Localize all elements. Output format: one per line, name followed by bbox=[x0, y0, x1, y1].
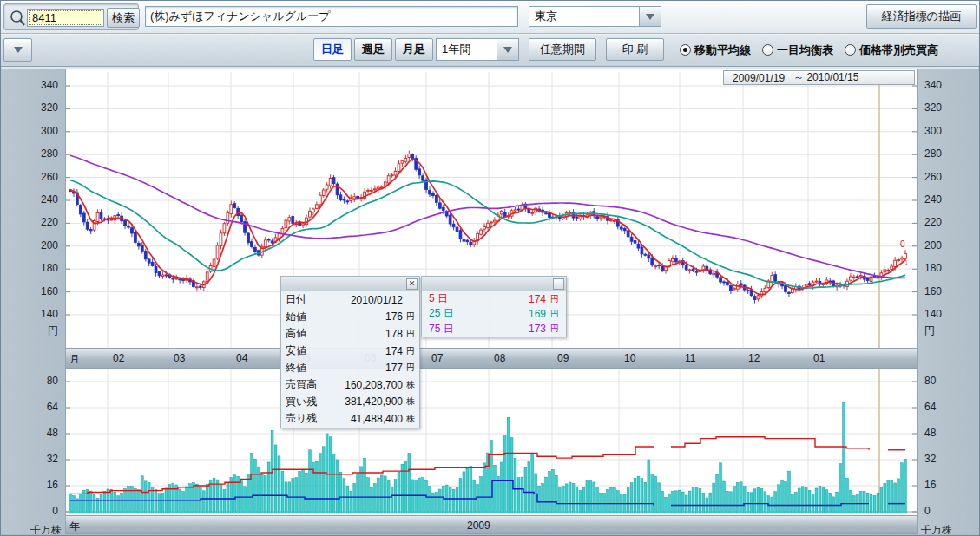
chart-region: 340320300280260240220200180160140円806448… bbox=[1, 69, 980, 536]
price-tick-label: 340 bbox=[924, 79, 942, 91]
price-tick-label: 220 bbox=[41, 216, 58, 228]
volume-chart-plot[interactable] bbox=[66, 369, 917, 515]
month-tick-label: 04 bbox=[236, 352, 247, 364]
expand-panel-button[interactable] bbox=[3, 38, 32, 62]
stock-search-panel: 8411 検索 bbox=[3, 3, 139, 30]
print-button[interactable]: 印 刷 bbox=[606, 38, 664, 61]
price-unit-label: 円 bbox=[48, 324, 58, 338]
svg-text:0: 0 bbox=[900, 239, 905, 249]
price-axis-right: 340320300280260240220200180160140円806448… bbox=[917, 69, 980, 536]
period-select[interactable]: 1年間 bbox=[436, 38, 519, 61]
date-range-end: ～ 2010/01/15 bbox=[785, 70, 858, 85]
date-range-start: 2009/01/19 bbox=[724, 72, 785, 84]
month-tick-label: 09 bbox=[557, 352, 569, 364]
tooltip-row-low: 安値174円 bbox=[281, 343, 419, 360]
volume-tick-label: 80 bbox=[47, 375, 58, 387]
search-magnifier-icon bbox=[9, 9, 26, 28]
month-tick-label: 08 bbox=[494, 352, 505, 364]
month-tick-label: 11 bbox=[685, 352, 695, 364]
ma-row-25day: 25 日169円 bbox=[422, 306, 566, 321]
price-tick-label: 200 bbox=[41, 239, 58, 252]
price-tick-label: 280 bbox=[924, 147, 942, 160]
tooltip-row-date: 日付2010/01/12 bbox=[281, 291, 419, 309]
tab-daily[interactable]: 日足 bbox=[313, 38, 352, 61]
market-select-arrow[interactable] bbox=[639, 7, 661, 26]
stock-chart-window: 8411 検索 (株)みずほフィナンシャルグループ 東京 経済指標の描画 日足 … bbox=[0, 0, 980, 536]
chevron-down-icon bbox=[646, 14, 654, 20]
ma-row-5day: 5 日174円 bbox=[422, 291, 566, 306]
tab-weekly[interactable]: 週足 bbox=[354, 38, 392, 61]
price-tick-label: 300 bbox=[924, 125, 942, 137]
tooltip-title-bar[interactable]: ✕ bbox=[281, 277, 419, 291]
close-icon[interactable]: ✕ bbox=[406, 278, 418, 290]
ma-row-75day: 75 日173円 bbox=[422, 322, 566, 337]
price-tick-label: 300 bbox=[41, 125, 58, 137]
custom-period-button[interactable]: 任意期間 bbox=[529, 38, 596, 61]
price-info-tooltip: ✕ 日付2010/01/12 始値176円 高値178円 安値174円 終値17… bbox=[280, 276, 420, 428]
radio-off-icon bbox=[845, 44, 856, 56]
tooltip-row-margin-sell: 売り残41,488,400株 bbox=[281, 410, 419, 428]
month-tick-label: 12 bbox=[748, 352, 760, 364]
minimize-icon[interactable]: ─ bbox=[553, 278, 564, 290]
radio-off-icon bbox=[762, 44, 773, 56]
market-select-value: 東京 bbox=[529, 7, 639, 26]
radio-moving-average[interactable]: 移動平均線 bbox=[680, 42, 751, 58]
volume-tick-label: 48 bbox=[924, 427, 936, 439]
price-tick-label: 260 bbox=[924, 171, 942, 183]
year-axis-bar: 年 2009 bbox=[66, 515, 917, 534]
period-select-value: 1年間 bbox=[437, 39, 497, 60]
date-range-box: 2009/01/19 ～ 2010/01/15 bbox=[723, 70, 915, 85]
tab-monthly[interactable]: 月足 bbox=[395, 38, 433, 61]
price-tick-label: 220 bbox=[924, 216, 942, 228]
volume-tick-label: 16 bbox=[924, 479, 936, 491]
ma-legend-title-bar[interactable]: ─ bbox=[422, 277, 566, 291]
price-tick-label: 180 bbox=[41, 262, 58, 274]
volume-tick-label: 64 bbox=[47, 401, 58, 413]
period-select-arrow[interactable] bbox=[497, 39, 518, 60]
search-button[interactable]: 検索 bbox=[107, 8, 140, 28]
volume-tick-label: 0 bbox=[52, 505, 58, 517]
price-tick-label: 140 bbox=[41, 308, 58, 320]
radio-volume-by-price[interactable]: 価格帯別売買高 bbox=[845, 42, 938, 58]
year-axis-label: 年 bbox=[69, 520, 80, 534]
tooltip-row-close: 終値177円 bbox=[281, 359, 419, 376]
price-tick-label: 200 bbox=[924, 239, 942, 252]
company-name-field[interactable]: (株)みずほフィナンシャルグループ bbox=[145, 6, 518, 27]
price-axis-left: 340320300280260240220200180160140円806448… bbox=[1, 69, 66, 536]
overlay-radio-group: 移動平均線 一目均衡表 価格帯別売買高 bbox=[680, 38, 938, 62]
price-tick-label: 160 bbox=[41, 285, 58, 297]
price-tick-label: 240 bbox=[41, 193, 58, 206]
volume-tick-label: 64 bbox=[924, 401, 936, 413]
volume-tick-label: 0 bbox=[924, 505, 931, 517]
price-tick-label: 320 bbox=[41, 101, 58, 114]
price-tick-label: 180 bbox=[924, 262, 942, 274]
stock-code-input[interactable]: 8411 bbox=[27, 9, 104, 27]
price-tick-label: 280 bbox=[41, 147, 58, 160]
chevron-down-icon bbox=[14, 47, 23, 53]
price-unit-label: 円 bbox=[924, 324, 935, 338]
svg-text:↓: ↓ bbox=[904, 258, 909, 266]
year-value: 2009 bbox=[467, 520, 490, 532]
radio-on-icon bbox=[680, 44, 691, 56]
month-tick-label: 01 bbox=[813, 352, 825, 364]
radio-ichimoku[interactable]: 一目均衡表 bbox=[762, 42, 833, 58]
month-tick-label: 10 bbox=[624, 352, 635, 364]
month-tick-label: 02 bbox=[113, 352, 124, 364]
price-tick-label: 240 bbox=[924, 193, 942, 206]
tooltip-row-margin-buy: 買い残381,420,900株 bbox=[281, 394, 419, 411]
price-tick-label: 320 bbox=[924, 101, 942, 114]
price-tick-label: 160 bbox=[924, 285, 942, 297]
volume-tick-label: 32 bbox=[47, 453, 58, 465]
toolbar: 8411 検索 (株)みずほフィナンシャルグループ 東京 経済指標の描画 日足 … bbox=[1, 1, 979, 67]
month-axis-label: 月 bbox=[69, 352, 80, 367]
draw-economic-indicator-button[interactable]: 経済指標の描画 bbox=[866, 4, 977, 29]
volume-tick-label: 80 bbox=[924, 375, 936, 387]
moving-average-legend: ─ 5 日174円 25 日169円 75 日173円 bbox=[421, 276, 567, 337]
month-axis-bar: 月020304050607080910111201 bbox=[66, 348, 917, 369]
price-tick-label: 140 bbox=[924, 308, 942, 320]
tooltip-row-volume: 売買高160,208,700株 bbox=[281, 376, 419, 394]
market-select[interactable]: 東京 bbox=[529, 6, 661, 27]
price-tick-label: 340 bbox=[41, 79, 58, 91]
month-tick-label: 07 bbox=[431, 352, 443, 364]
toolbar-row-1: 8411 検索 (株)みずほフィナンシャルグループ 東京 経済指標の描画 bbox=[1, 1, 979, 34]
